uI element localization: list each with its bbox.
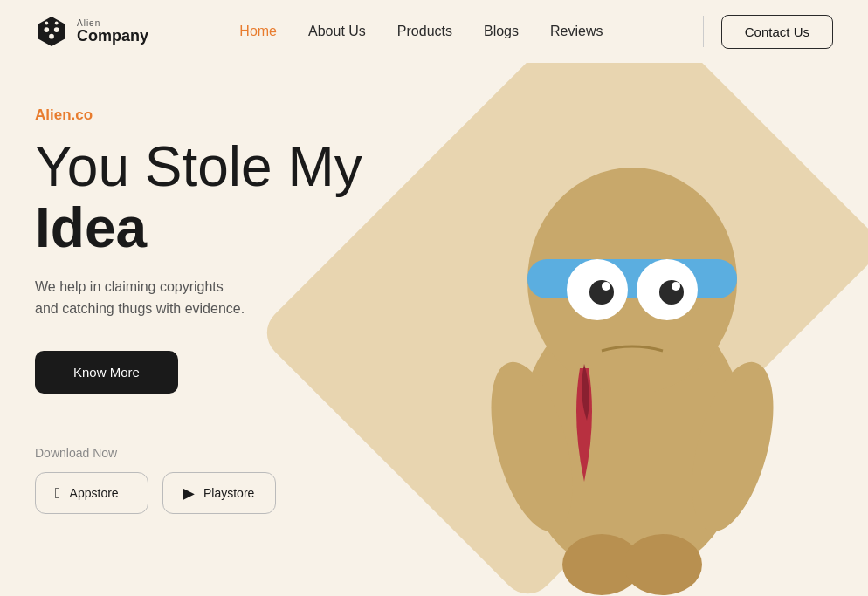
hero-content: Alien.co You Stole My Idea We help in cl…: [35, 89, 410, 514]
hero-subtext: We help in claiming copyrightsand catchi…: [35, 277, 314, 320]
headline-thin: You Stole My: [35, 135, 362, 198]
svg-point-10: [589, 280, 614, 305]
svg-point-1: [54, 27, 59, 32]
nav-blogs[interactable]: Blogs: [484, 24, 519, 38]
logo-small-text: Alien: [77, 18, 148, 28]
nav-divider: [703, 16, 704, 47]
logo-icon: [35, 15, 68, 48]
svg-point-12: [602, 282, 610, 291]
svg-point-17: [623, 534, 702, 595]
svg-point-0: [44, 27, 49, 32]
hero-headline: You Stole My Idea: [35, 136, 410, 259]
store-buttons:  Appstore ▶ Playstore: [35, 472, 410, 514]
nav-reviews[interactable]: Reviews: [550, 24, 603, 38]
nav-home[interactable]: Home: [239, 24, 277, 38]
play-icon: ▶: [183, 483, 195, 503]
playstore-label: Playstore: [203, 486, 254, 500]
character-svg: [449, 89, 816, 595]
appstore-label: Appstore: [70, 486, 119, 500]
nav-links: Home About Us Products Blogs Reviews: [239, 24, 603, 39]
svg-rect-7: [527, 259, 737, 298]
nav-about[interactable]: About Us: [308, 24, 366, 38]
navbar: Alien Company Home About Us Products Blo…: [0, 0, 868, 63]
character-illustration: [423, 63, 842, 595]
logo[interactable]: Alien Company: [35, 15, 148, 48]
svg-point-13: [672, 282, 680, 291]
svg-rect-18: [610, 381, 654, 416]
svg-point-3: [45, 22, 48, 25]
brand-tag: Alien.co: [35, 106, 410, 124]
svg-point-11: [659, 280, 684, 305]
apple-icon: : [55, 484, 61, 503]
headline-bold: Idea: [35, 196, 147, 259]
logo-big-text: Company: [77, 28, 148, 45]
download-section: Download Now  Appstore ▶ Playstore: [35, 446, 410, 514]
svg-point-2: [49, 34, 54, 39]
hero-section: Alien.co You Stole My Idea We help in cl…: [0, 63, 868, 596]
svg-point-4: [55, 22, 59, 25]
know-more-button[interactable]: Know More: [35, 351, 178, 394]
download-label: Download Now: [35, 446, 410, 460]
appstore-button[interactable]:  Appstore: [35, 472, 148, 514]
contact-button[interactable]: Contact Us: [721, 15, 833, 49]
nav-products[interactable]: Products: [397, 24, 452, 38]
playstore-button[interactable]: ▶ Playstore: [162, 472, 276, 514]
